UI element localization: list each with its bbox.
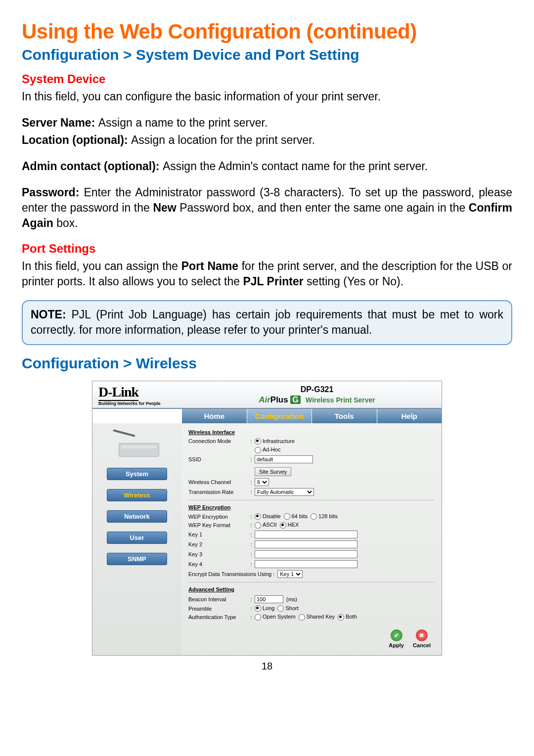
encrypt-using-label: Encrypt Data Transmissions Using : xyxy=(188,571,274,577)
auth-type-label: Authentication Type xyxy=(188,614,248,620)
wireless-channel-label: Wireless Channel xyxy=(188,479,248,485)
group-wireless-interface: Wireless Interface xyxy=(188,429,435,435)
port-settings-text: In this field, you can assign the Port N… xyxy=(22,259,512,289)
ssid-input[interactable] xyxy=(255,455,313,463)
system-device-heading: System Device xyxy=(22,72,512,86)
system-device-intro: In this field, you can configure the bas… xyxy=(22,89,512,104)
encrypt-using-select[interactable]: Key 1 xyxy=(277,570,303,578)
radio-ascii[interactable] xyxy=(255,522,261,529)
air-plus: Plus xyxy=(270,395,288,404)
dlink-tagline: Building Networks for People xyxy=(98,401,187,406)
transmission-rate-select[interactable]: Fully Automatic xyxy=(255,488,314,496)
logo-cell: D-Link Building Networks for People xyxy=(92,381,192,408)
breadcrumb-wireless: Configuration > Wireless xyxy=(22,355,512,372)
key1-input[interactable] xyxy=(255,531,357,538)
radio-wep-disable[interactable] xyxy=(255,513,261,520)
tab-tools[interactable]: Tools xyxy=(312,409,377,423)
tab-home[interactable]: Home xyxy=(181,409,247,423)
server-name-label: Server Name: xyxy=(22,116,98,129)
note-box: NOTE: PJL (Print Job Language) has certa… xyxy=(22,300,512,345)
radio-auth-shared[interactable] xyxy=(299,614,305,621)
radio-adhoc[interactable] xyxy=(255,447,261,453)
wep-encryption-label: WEP Encryption xyxy=(188,514,248,520)
sidebar-item-user[interactable]: User xyxy=(107,532,167,544)
location-label: Location (optional): xyxy=(22,133,131,146)
beacon-interval-label: Beacon Interval xyxy=(188,596,248,602)
transmission-rate-label: Transmission Rate xyxy=(188,489,248,495)
model-number: DP-G321 xyxy=(192,385,442,394)
admin-contact-label: Admin contact (optional): xyxy=(22,160,163,173)
server-name-line: Server Name: Assign a name to the print … xyxy=(22,115,512,131)
tab-configuration[interactable]: Configuration xyxy=(247,409,312,423)
key2-input[interactable] xyxy=(255,540,357,548)
group-advanced-setting: Advanced Setting xyxy=(188,586,435,592)
ssid-label: SSID xyxy=(188,456,248,462)
air-g-badge: G xyxy=(290,396,300,404)
location-line: Location (optional): Assign a location f… xyxy=(22,133,512,148)
radio-wep-64[interactable] xyxy=(284,513,290,520)
device-image xyxy=(110,429,164,459)
radio-auth-both[interactable] xyxy=(338,614,344,621)
radio-preamble-long[interactable] xyxy=(255,605,261,612)
key3-label: Key 3 xyxy=(188,551,248,557)
apply-button[interactable]: ✔ Apply xyxy=(389,629,404,648)
preamble-label: Preamble xyxy=(188,606,248,612)
page-number: 18 xyxy=(22,661,512,672)
tab-bar: Home Configuration Tools Help xyxy=(92,409,442,423)
dlink-logo: D-Link xyxy=(98,385,138,401)
close-icon: ✖ xyxy=(416,629,428,641)
tab-help[interactable]: Help xyxy=(377,409,442,423)
admin-contact-line: Admin contact (optional): Assign the Adm… xyxy=(22,159,512,174)
radio-wep-128[interactable] xyxy=(311,513,317,520)
sidebar: System Wireless Network User SNMP xyxy=(92,423,181,656)
radio-auth-open[interactable] xyxy=(255,614,261,621)
config-screenshot: D-Link Building Networks for People DP-G… xyxy=(92,381,442,656)
wireless-channel-select[interactable]: 6 xyxy=(255,478,269,486)
radio-hex[interactable] xyxy=(280,522,286,529)
port-settings-heading: Port Settings xyxy=(22,242,512,256)
radio-infrastructure[interactable] xyxy=(255,438,261,445)
password-line: Password: Enter the Administrator passwo… xyxy=(22,185,512,231)
connection-mode-label: Connection Mode xyxy=(188,438,248,444)
sidebar-item-snmp[interactable]: SNMP xyxy=(107,553,167,565)
key3-input[interactable] xyxy=(255,550,357,558)
wireless-print-server-label: Wireless Print Server xyxy=(306,396,375,404)
page-title: Using the Web Configuration (continued) xyxy=(22,20,512,44)
config-panel: Wireless Interface Connection Mode : Inf… xyxy=(181,423,442,656)
key4-input[interactable] xyxy=(255,560,357,568)
sidebar-item-wireless[interactable]: Wireless xyxy=(107,489,167,501)
group-wep-encryption: WEP Encryption xyxy=(188,504,435,510)
key1-label: Key 1 xyxy=(188,532,248,537)
brand-cell: DP-G321 AirPlus G Wireless Print Server xyxy=(192,381,442,408)
site-survey-button[interactable]: Site Survey xyxy=(255,467,291,476)
key2-label: Key 2 xyxy=(188,541,248,547)
sidebar-item-network[interactable]: Network xyxy=(107,510,167,523)
air-italic: Air xyxy=(259,395,270,404)
breadcrumb-system: Configuration > System Device and Port S… xyxy=(22,46,512,63)
sidebar-item-system[interactable]: System xyxy=(107,468,167,480)
note-label: NOTE: xyxy=(31,308,71,321)
wep-key-format-label: WEP Key Format xyxy=(188,522,248,528)
radio-preamble-short[interactable] xyxy=(277,605,284,612)
password-label: Password: xyxy=(22,186,84,199)
key4-label: Key 4 xyxy=(188,561,248,567)
beacon-interval-input[interactable] xyxy=(255,595,283,603)
check-icon: ✔ xyxy=(391,629,402,641)
cancel-button[interactable]: ✖ Cancel xyxy=(413,629,431,648)
